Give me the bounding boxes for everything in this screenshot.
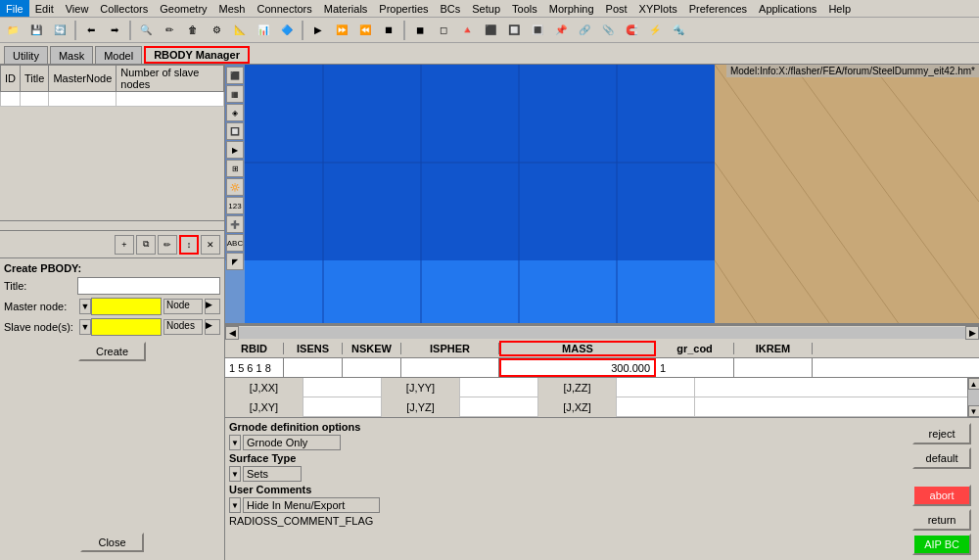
aip-bc-button[interactable]: AIP BC xyxy=(912,534,971,555)
icon-edit[interactable]: ✏ xyxy=(158,235,177,255)
nskew-value[interactable] xyxy=(343,358,401,377)
toolbar-btn-1[interactable]: 📁 xyxy=(2,20,23,41)
menu-properties[interactable]: Properties xyxy=(373,0,434,17)
master-node-btn[interactable]: Node xyxy=(163,299,203,314)
view-btn-8[interactable]: 123 xyxy=(226,197,244,214)
grnode-dropdown-arrow[interactable]: ▼ xyxy=(229,435,241,450)
toolbar-btn-15[interactable]: ⏪ xyxy=(354,20,376,41)
menu-morphing[interactable]: Morphing xyxy=(543,0,600,17)
default-button[interactable]: default xyxy=(912,447,971,469)
icon-copy[interactable]: ⧉ xyxy=(136,235,156,255)
tab-model[interactable]: Model xyxy=(95,46,142,64)
menu-file[interactable]: File xyxy=(0,0,29,17)
view-btn-11[interactable]: ◤ xyxy=(226,253,244,270)
toolbar-btn-9[interactable]: ⚙ xyxy=(206,20,227,41)
jyy-value[interactable] xyxy=(460,378,538,397)
toolbar-btn-8[interactable]: 🗑 xyxy=(182,20,204,41)
toolbar-btn-13[interactable]: ▶ xyxy=(307,20,329,41)
toolbar-btn-19[interactable]: 🔺 xyxy=(456,20,478,41)
abort-button[interactable]: abort xyxy=(912,485,971,506)
toolbar-btn-25[interactable]: 📎 xyxy=(597,20,619,41)
title-input[interactable] xyxy=(77,277,220,295)
menu-view[interactable]: View xyxy=(60,0,95,17)
ikrem-value[interactable] xyxy=(734,358,813,377)
menu-tools[interactable]: Tools xyxy=(506,0,543,17)
toolbar-btn-24[interactable]: 🔗 xyxy=(574,20,595,41)
toolbar-btn-20[interactable]: ⬛ xyxy=(480,20,501,41)
grcod-value[interactable]: 1 xyxy=(656,358,734,377)
jxx-value[interactable] xyxy=(303,378,382,397)
toolbar-btn-26[interactable]: 🧲 xyxy=(621,20,642,41)
toolbar-btn-16[interactable]: ⏹ xyxy=(378,20,399,41)
menu-help[interactable]: Help xyxy=(822,0,857,17)
toolbar-btn-18[interactable]: ◻ xyxy=(433,20,454,41)
menu-edit[interactable]: Edit xyxy=(29,0,60,17)
menu-geometry[interactable]: Geometry xyxy=(154,0,212,17)
toolbar-btn-28[interactable]: 🔩 xyxy=(668,20,689,41)
isens-value[interactable] xyxy=(284,358,343,377)
slave-nodes-arrow[interactable]: ▼ xyxy=(79,319,91,335)
view-btn-2[interactable]: ▦ xyxy=(226,85,244,103)
toolbar-btn-10[interactable]: 📐 xyxy=(229,20,251,41)
create-button[interactable]: Create xyxy=(78,342,146,361)
viewport[interactable]: Z Model:Info:X:/flasher/FEA/forum/SteelD… xyxy=(225,65,979,323)
master-node-arrow[interactable]: ▼ xyxy=(79,299,91,314)
view-btn-6[interactable]: ⊞ xyxy=(226,160,244,177)
menu-post[interactable]: Post xyxy=(600,0,633,17)
toolbar-btn-27[interactable]: ⚡ xyxy=(644,20,666,41)
toolbar-btn-3[interactable]: 🔄 xyxy=(49,20,70,41)
toolbar-btn-2[interactable]: 💾 xyxy=(25,20,47,41)
toolbar-btn-12[interactable]: 🔷 xyxy=(276,20,298,41)
vscroll-down[interactable]: ▼ xyxy=(968,405,980,417)
slave-nodes-action[interactable]: ▶ xyxy=(205,319,220,335)
menu-applications[interactable]: Applications xyxy=(753,0,822,17)
tab-utility[interactable]: Utility xyxy=(4,46,48,64)
jyz-value[interactable] xyxy=(460,397,538,417)
table-row[interactable]: 1 15618 242 xyxy=(1,92,224,107)
slave-nodes-btn[interactable]: Nodes xyxy=(163,319,203,335)
ispher-value[interactable] xyxy=(401,358,499,377)
mass-value[interactable]: 300.000 xyxy=(499,358,656,377)
scroll-right-btn[interactable]: ▶ xyxy=(965,326,979,340)
icon-move[interactable]: ↕ xyxy=(179,235,199,255)
view-btn-9[interactable]: ➕ xyxy=(226,215,244,233)
close-button[interactable]: Close xyxy=(80,533,143,552)
toolbar-btn-4[interactable]: ⬅ xyxy=(80,20,102,41)
tab-rbody-manager[interactable]: RBODY Manager xyxy=(144,46,250,64)
icon-add[interactable]: + xyxy=(115,235,134,255)
jxz-value[interactable] xyxy=(617,397,695,417)
menu-preferences[interactable]: Preferences xyxy=(683,0,753,17)
return-button[interactable]: return xyxy=(912,509,971,531)
master-node-input[interactable] xyxy=(91,298,162,315)
reject-button[interactable]: reject xyxy=(912,423,971,444)
toolbar-btn-22[interactable]: 🔳 xyxy=(527,20,548,41)
toolbar-btn-5[interactable]: ➡ xyxy=(104,20,125,41)
toolbar-btn-23[interactable]: 📌 xyxy=(550,20,572,41)
view-btn-10[interactable]: ABC xyxy=(226,234,244,252)
toolbar-btn-14[interactable]: ⏩ xyxy=(331,20,352,41)
toolbar-btn-6[interactable]: 🔍 xyxy=(135,20,157,41)
toolbar-btn-11[interactable]: 📊 xyxy=(253,20,274,41)
rbid-value[interactable]: 1 5 6 1 8 xyxy=(225,358,284,377)
surface-dropdown-arrow[interactable]: ▼ xyxy=(229,466,241,482)
menu-bcs[interactable]: BCs xyxy=(435,0,467,17)
tab-mask[interactable]: Mask xyxy=(50,46,93,64)
toolbar-btn-7[interactable]: ✏ xyxy=(159,20,180,41)
menu-collectors[interactable]: Collectors xyxy=(94,0,154,17)
menu-connectors[interactable]: Connectors xyxy=(251,0,317,17)
menu-xyplots[interactable]: XYPlots xyxy=(633,0,683,17)
menu-setup[interactable]: Setup xyxy=(466,0,506,17)
toolbar-btn-17[interactable]: ◼ xyxy=(409,20,431,41)
hscroll-track[interactable] xyxy=(239,327,965,339)
view-btn-3[interactable]: ◈ xyxy=(226,104,244,121)
jxy-value[interactable] xyxy=(303,397,382,417)
comments-value[interactable]: Hide In Menu/Export xyxy=(243,497,380,513)
menu-mesh[interactable]: Mesh xyxy=(213,0,252,17)
master-node-action[interactable]: ▶ xyxy=(205,299,220,314)
view-btn-7[interactable]: 🔆 xyxy=(226,178,244,196)
slave-nodes-input[interactable] xyxy=(91,318,162,336)
table-hscroll[interactable] xyxy=(0,220,224,230)
menu-materials[interactable]: Materials xyxy=(318,0,374,17)
vscroll-track[interactable] xyxy=(968,390,980,405)
vscroll-up[interactable]: ▲ xyxy=(968,378,980,390)
